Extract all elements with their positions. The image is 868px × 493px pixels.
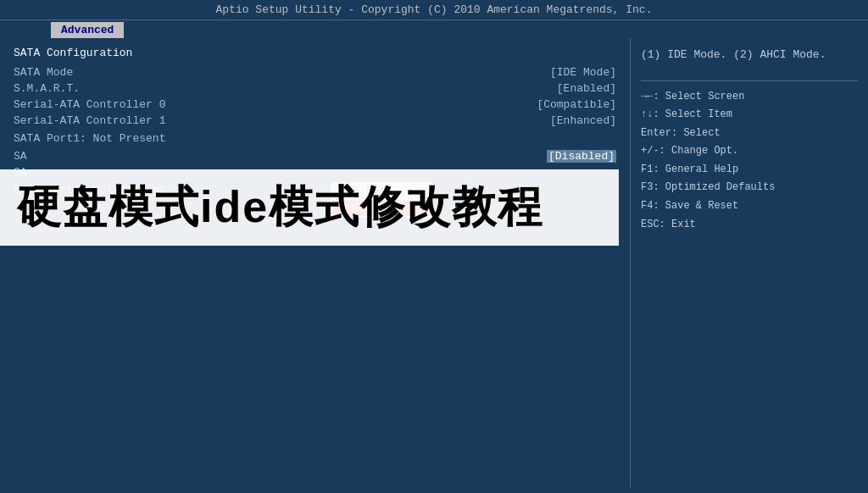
smart-value: [Enabled] [557, 82, 616, 95]
tab-advanced[interactable]: Advanced [51, 22, 124, 38]
sata-ctrl1-value: [Enhanced] [550, 114, 616, 127]
key-select-screen: →←: Select Screen [641, 88, 858, 107]
config-row-sata-ctrl0[interactable]: Serial-ATA Controller 0 [Compatible] [14, 98, 616, 111]
config-row-sata-mode[interactable]: SATA Mode [IDE Mode] [14, 66, 616, 79]
key-optimized: F3: Optimized Defaults [641, 179, 858, 197]
port2-value: [Disabled] [547, 150, 616, 163]
config-row-port2[interactable]: SA [Disabled] [14, 150, 616, 163]
sata-ctrl1-label: Serial-ATA Controller 1 [14, 114, 165, 127]
key-save-reset: F4: Save & Reset [641, 197, 858, 216]
section-title: SATA Configuration [14, 47, 616, 59]
left-panel: SATA Configuration SATA Mode [IDE Mode] … [0, 38, 631, 487]
sata-mode-value: [IDE Mode] [550, 66, 616, 79]
sata-mode-label: SATA Mode [14, 66, 73, 79]
divider [641, 80, 858, 81]
tab-bar: Advanced [0, 20, 868, 38]
config-row-sata-ctrl1[interactable]: Serial-ATA Controller 1 [Enhanced] [14, 114, 616, 127]
header-bar: Aptio Setup Utility - Copyright (C) 2010… [0, 0, 868, 20]
watermark-text: 硬盘模式ide模式修改教程 [17, 178, 602, 237]
key-esc: ESC: Exit [641, 216, 858, 235]
help-text: (1) IDE Mode. (2) AHCI Mode. [641, 47, 858, 64]
key-help: →←: Select Screen ↑↓: Select Item Enter:… [641, 88, 858, 235]
key-select-item: ↑↓: Select Item [641, 106, 858, 125]
key-change-opt: +/-: Change Opt. [641, 142, 858, 161]
main-layout: SATA Configuration SATA Mode [IDE Mode] … [0, 38, 868, 487]
sata-port1: SATA Port1: Not Present [14, 132, 616, 145]
watermark-overlay: 硬盘模式ide模式修改教程 [0, 169, 619, 246]
header-title: Aptio Setup Utility - Copyright (C) 2010… [216, 3, 653, 16]
smart-label: S.M.A.R.T. [14, 82, 80, 95]
key-general-help: F1: General Help [641, 161, 858, 180]
right-panel: (1) IDE Mode. (2) AHCI Mode. →←: Select … [631, 38, 868, 487]
key-enter: Enter: Select [641, 125, 858, 143]
config-row-smart[interactable]: S.M.A.R.T. [Enabled] [14, 82, 616, 95]
sata-ctrl0-value: [Compatible] [537, 98, 616, 111]
port2-label: SA [14, 150, 27, 163]
sata-ctrl0-label: Serial-ATA Controller 0 [14, 98, 165, 111]
